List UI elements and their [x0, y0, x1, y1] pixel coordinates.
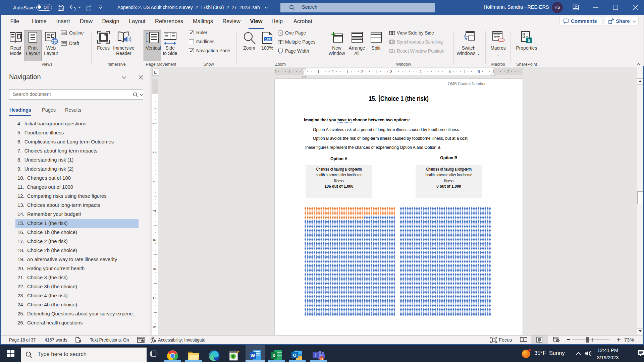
svg-text:6: 6: [153, 268, 157, 270]
svg-text:2: 2: [153, 151, 157, 154]
svg-text:3: 3: [153, 180, 157, 183]
svg-text:1: 1: [275, 69, 277, 74]
svg-text:X: X: [272, 353, 276, 358]
svg-text:S: S: [528, 38, 530, 43]
svg-text:5: 5: [153, 239, 157, 241]
svg-text:O: O: [293, 353, 297, 358]
svg-text:6: 6: [478, 69, 480, 74]
svg-text:2: 2: [361, 69, 363, 74]
svg-text:W: W: [251, 353, 255, 358]
svg-text:T: T: [315, 353, 317, 358]
svg-text:4: 4: [419, 69, 422, 74]
svg-text:1: 1: [332, 69, 334, 74]
svg-text:5: 5: [448, 69, 451, 74]
svg-text:4: 4: [153, 209, 157, 212]
svg-text:7: 7: [507, 69, 509, 74]
svg-text:3: 3: [390, 69, 392, 74]
svg-text:1: 1: [153, 122, 157, 124]
svg-text:7: 7: [153, 297, 157, 299]
svg-text:8: 8: [153, 326, 157, 328]
svg-text:100: 100: [265, 37, 271, 41]
